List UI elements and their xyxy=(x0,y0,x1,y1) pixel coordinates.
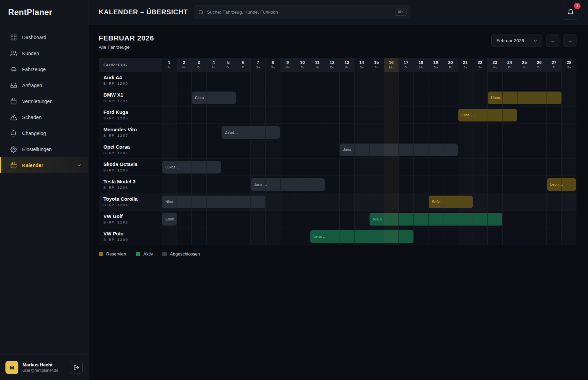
day-cell[interactable] xyxy=(369,159,384,176)
day-cell[interactable] xyxy=(488,228,503,245)
day-cell[interactable] xyxy=(562,159,577,176)
day-cell[interactable] xyxy=(251,72,266,89)
day-cell[interactable] xyxy=(517,72,532,89)
day-cell[interactable] xyxy=(443,176,458,193)
day-cell[interactable] xyxy=(280,211,295,228)
day-cell[interactable] xyxy=(251,89,266,106)
day-cell[interactable] xyxy=(221,228,236,245)
day-cell[interactable] xyxy=(517,176,532,193)
sidebar-item-dashboard[interactable]: Dashboard xyxy=(0,29,88,45)
sidebar-item-changelog[interactable]: Changelog xyxy=(0,125,88,141)
day-cell[interactable] xyxy=(266,193,281,210)
day-cell[interactable] xyxy=(340,211,355,228)
notifications-button[interactable]: 1 xyxy=(563,5,578,20)
day-cell[interactable] xyxy=(251,106,266,123)
day-cell[interactable] xyxy=(355,124,370,141)
day-cell[interactable] xyxy=(384,211,399,228)
day-cell[interactable] xyxy=(310,141,325,158)
day-cell[interactable] xyxy=(443,72,458,89)
day-cell[interactable] xyxy=(562,89,577,106)
sidebar-item-anfragen[interactable]: Anfragen xyxy=(0,77,88,93)
day-cell[interactable] xyxy=(310,159,325,176)
day-cell[interactable] xyxy=(517,141,532,158)
day-cell[interactable] xyxy=(562,124,577,141)
day-cell[interactable] xyxy=(488,176,503,193)
day-cell[interactable] xyxy=(236,211,251,228)
day-cell[interactable] xyxy=(162,176,177,193)
day-cell[interactable] xyxy=(355,106,370,123)
day-cell[interactable] xyxy=(369,106,384,123)
day-cell[interactable] xyxy=(162,124,177,141)
day-cell[interactable] xyxy=(517,228,532,245)
day-cell[interactable] xyxy=(221,159,236,176)
day-cell[interactable] xyxy=(177,141,192,158)
sidebar-item-fahrzeuge[interactable]: Fahrzeuge xyxy=(0,61,88,77)
day-cell[interactable] xyxy=(162,106,177,123)
day-cell[interactable] xyxy=(488,159,503,176)
day-cell[interactable] xyxy=(266,89,281,106)
booking-bar[interactable]: Lukas… xyxy=(162,161,221,174)
day-cell[interactable] xyxy=(384,159,399,176)
day-cell[interactable] xyxy=(414,193,429,210)
day-cell[interactable] xyxy=(473,228,488,245)
day-cell[interactable] xyxy=(207,124,222,141)
day-cell[interactable] xyxy=(280,141,295,158)
day-cell[interactable] xyxy=(266,106,281,123)
day-cell[interactable] xyxy=(443,159,458,176)
day-cell[interactable] xyxy=(295,193,310,210)
day-cell[interactable] xyxy=(414,228,429,245)
day-cell[interactable] xyxy=(369,89,384,106)
day-cell[interactable] xyxy=(547,72,562,89)
day-cell[interactable] xyxy=(295,106,310,123)
day-cell[interactable] xyxy=(236,89,251,106)
day-cell[interactable] xyxy=(428,89,443,106)
day-cell[interactable] xyxy=(295,228,310,245)
day-cell[interactable] xyxy=(443,106,458,123)
day-cell[interactable] xyxy=(236,159,251,176)
day-cell[interactable] xyxy=(369,72,384,89)
day-cell[interactable] xyxy=(280,106,295,123)
sidebar-item-vermietungen[interactable]: Vermietungen xyxy=(0,93,88,109)
day-cell[interactable] xyxy=(547,106,562,123)
day-cell[interactable] xyxy=(399,124,414,141)
day-cell[interactable] xyxy=(503,141,518,158)
day-cell[interactable] xyxy=(547,211,562,228)
day-cell[interactable] xyxy=(177,228,192,245)
day-cell[interactable] xyxy=(488,124,503,141)
day-cell[interactable] xyxy=(340,193,355,210)
day-cell[interactable] xyxy=(280,193,295,210)
next-month-button[interactable]: → xyxy=(564,34,576,47)
sidebar-item-sch-den[interactable]: Schäden xyxy=(0,109,88,125)
day-cell[interactable] xyxy=(177,176,192,193)
day-cell[interactable] xyxy=(562,193,577,210)
day-cell[interactable] xyxy=(384,106,399,123)
booking-bar[interactable]: David… xyxy=(222,126,280,139)
day-cell[interactable] xyxy=(458,228,473,245)
day-cell[interactable] xyxy=(517,159,532,176)
day-cell[interactable] xyxy=(325,72,340,89)
day-cell[interactable] xyxy=(384,176,399,193)
day-cell[interactable] xyxy=(532,176,547,193)
day-cell[interactable] xyxy=(310,211,325,228)
day-cell[interactable] xyxy=(236,176,251,193)
day-cell[interactable] xyxy=(310,106,325,123)
day-cell[interactable] xyxy=(266,228,281,245)
day-cell[interactable] xyxy=(295,72,310,89)
booking-bar[interactable]: Jana … xyxy=(251,178,325,191)
day-cell[interactable] xyxy=(266,159,281,176)
day-cell[interactable] xyxy=(162,89,177,106)
day-cell[interactable] xyxy=(384,193,399,210)
day-cell[interactable] xyxy=(458,89,473,106)
day-cell[interactable] xyxy=(310,89,325,106)
day-cell[interactable] xyxy=(473,176,488,193)
day-cell[interactable] xyxy=(414,89,429,106)
day-cell[interactable] xyxy=(221,106,236,123)
day-cell[interactable] xyxy=(192,124,207,141)
day-cell[interactable] xyxy=(414,176,429,193)
day-cell[interactable] xyxy=(414,159,429,176)
day-cell[interactable] xyxy=(547,124,562,141)
booking-bar[interactable]: Elias … xyxy=(458,109,517,121)
day-cell[interactable] xyxy=(340,124,355,141)
day-cell[interactable] xyxy=(295,89,310,106)
day-cell[interactable] xyxy=(547,193,562,210)
